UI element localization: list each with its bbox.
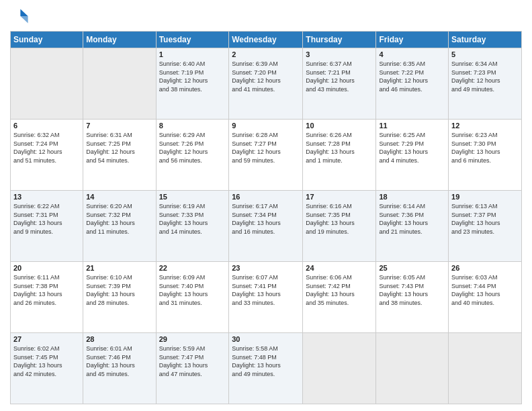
calendar-cell: 13Sunrise: 6:22 AM Sunset: 7:31 PM Dayli… [11, 191, 83, 262]
day-info: Sunrise: 6:19 AM Sunset: 7:33 PM Dayligh… [159, 202, 226, 236]
weekday-header: Sunday [11, 32, 83, 48]
calendar-header-row: SundayMondayTuesdayWednesdayThursdayFrid… [11, 32, 522, 48]
day-number: 10 [306, 122, 373, 130]
calendar-cell: 4Sunrise: 6:35 AM Sunset: 7:22 PM Daylig… [376, 48, 449, 120]
day-info: Sunrise: 6:23 AM Sunset: 7:30 PM Dayligh… [451, 131, 519, 165]
day-number: 22 [159, 264, 226, 272]
logo [10, 7, 32, 26]
day-info: Sunrise: 6:05 AM Sunset: 7:43 PM Dayligh… [379, 273, 445, 307]
calendar-week-row: 13Sunrise: 6:22 AM Sunset: 7:31 PM Dayli… [11, 191, 522, 262]
day-number: 30 [232, 335, 300, 343]
calendar-cell: 14Sunrise: 6:20 AM Sunset: 7:32 PM Dayli… [83, 191, 156, 262]
calendar-cell: 16Sunrise: 6:17 AM Sunset: 7:34 PM Dayli… [229, 191, 303, 262]
day-number: 19 [451, 193, 519, 201]
calendar-cell [376, 333, 449, 404]
day-number: 25 [379, 264, 445, 272]
calendar-cell: 30Sunrise: 5:58 AM Sunset: 7:48 PM Dayli… [229, 333, 303, 404]
weekday-header: Friday [376, 32, 449, 48]
day-info: Sunrise: 6:14 AM Sunset: 7:36 PM Dayligh… [379, 202, 445, 236]
day-number: 15 [159, 193, 226, 201]
day-number: 28 [86, 335, 152, 343]
day-info: Sunrise: 6:06 AM Sunset: 7:42 PM Dayligh… [306, 273, 373, 307]
day-number: 16 [232, 193, 300, 201]
calendar-cell: 18Sunrise: 6:14 AM Sunset: 7:36 PM Dayli… [376, 191, 449, 262]
calendar-cell: 12Sunrise: 6:23 AM Sunset: 7:30 PM Dayli… [449, 120, 522, 191]
calendar-cell [11, 48, 83, 120]
calendar-cell [449, 333, 522, 404]
day-number: 14 [86, 193, 152, 201]
calendar-cell: 26Sunrise: 6:03 AM Sunset: 7:44 PM Dayli… [449, 262, 522, 333]
calendar-cell: 15Sunrise: 6:19 AM Sunset: 7:33 PM Dayli… [156, 191, 229, 262]
day-info: Sunrise: 6:09 AM Sunset: 7:40 PM Dayligh… [159, 273, 226, 307]
day-info: Sunrise: 6:02 AM Sunset: 7:45 PM Dayligh… [13, 345, 80, 378]
calendar-cell: 11Sunrise: 6:25 AM Sunset: 7:29 PM Dayli… [376, 120, 449, 191]
day-number: 11 [379, 122, 445, 130]
calendar-cell [83, 48, 156, 120]
day-number: 2 [232, 50, 300, 58]
calendar-cell: 7Sunrise: 6:31 AM Sunset: 7:25 PM Daylig… [83, 120, 156, 191]
day-number: 1 [159, 50, 226, 58]
calendar-cell: 27Sunrise: 6:02 AM Sunset: 7:45 PM Dayli… [11, 333, 83, 404]
day-info: Sunrise: 6:35 AM Sunset: 7:22 PM Dayligh… [379, 60, 445, 93]
day-info: Sunrise: 6:11 AM Sunset: 7:38 PM Dayligh… [13, 273, 80, 307]
calendar-week-row: 27Sunrise: 6:02 AM Sunset: 7:45 PM Dayli… [11, 333, 522, 404]
day-info: Sunrise: 6:17 AM Sunset: 7:34 PM Dayligh… [232, 202, 300, 236]
day-number: 24 [306, 264, 373, 272]
calendar-cell: 21Sunrise: 6:10 AM Sunset: 7:39 PM Dayli… [83, 262, 156, 333]
calendar-cell: 24Sunrise: 6:06 AM Sunset: 7:42 PM Dayli… [303, 262, 376, 333]
day-number: 3 [306, 50, 373, 58]
svg-marker-0 [20, 9, 28, 17]
day-number: 17 [306, 193, 373, 201]
day-number: 27 [13, 335, 80, 343]
day-info: Sunrise: 6:16 AM Sunset: 7:35 PM Dayligh… [306, 202, 373, 236]
calendar-cell: 10Sunrise: 6:26 AM Sunset: 7:28 PM Dayli… [303, 120, 376, 191]
calendar-cell: 28Sunrise: 6:01 AM Sunset: 7:46 PM Dayli… [83, 333, 156, 404]
calendar-cell: 22Sunrise: 6:09 AM Sunset: 7:40 PM Dayli… [156, 262, 229, 333]
day-number: 12 [451, 122, 519, 130]
day-number: 18 [379, 193, 445, 201]
day-number: 13 [13, 193, 80, 201]
calendar-table: SundayMondayTuesdayWednesdayThursdayFrid… [10, 31, 522, 404]
calendar-cell: 5Sunrise: 6:34 AM Sunset: 7:23 PM Daylig… [449, 48, 522, 120]
weekday-header: Wednesday [229, 32, 303, 48]
calendar-week-row: 1Sunrise: 6:40 AM Sunset: 7:19 PM Daylig… [11, 48, 522, 120]
weekday-header: Monday [83, 32, 156, 48]
page: SundayMondayTuesdayWednesdayThursdayFrid… [0, 0, 532, 411]
weekday-header: Tuesday [156, 32, 229, 48]
calendar-week-row: 20Sunrise: 6:11 AM Sunset: 7:38 PM Dayli… [11, 262, 522, 333]
day-info: Sunrise: 6:39 AM Sunset: 7:20 PM Dayligh… [232, 60, 300, 93]
calendar-cell: 3Sunrise: 6:37 AM Sunset: 7:21 PM Daylig… [303, 48, 376, 120]
day-number: 21 [86, 264, 152, 272]
day-info: Sunrise: 6:32 AM Sunset: 7:24 PM Dayligh… [13, 131, 80, 165]
day-number: 9 [232, 122, 300, 130]
calendar-cell: 2Sunrise: 6:39 AM Sunset: 7:20 PM Daylig… [229, 48, 303, 120]
day-number: 8 [159, 122, 226, 130]
header [10, 7, 522, 26]
day-info: Sunrise: 6:29 AM Sunset: 7:26 PM Dayligh… [159, 131, 226, 165]
weekday-header: Saturday [449, 32, 522, 48]
day-info: Sunrise: 6:25 AM Sunset: 7:29 PM Dayligh… [379, 131, 445, 165]
calendar-week-row: 6Sunrise: 6:32 AM Sunset: 7:24 PM Daylig… [11, 120, 522, 191]
calendar-cell: 23Sunrise: 6:07 AM Sunset: 7:41 PM Dayli… [229, 262, 303, 333]
calendar-cell: 6Sunrise: 6:32 AM Sunset: 7:24 PM Daylig… [11, 120, 83, 191]
day-number: 5 [451, 50, 519, 58]
day-info: Sunrise: 5:58 AM Sunset: 7:48 PM Dayligh… [232, 345, 300, 378]
day-info: Sunrise: 6:10 AM Sunset: 7:39 PM Dayligh… [86, 273, 152, 307]
day-info: Sunrise: 6:01 AM Sunset: 7:46 PM Dayligh… [86, 345, 152, 378]
day-number: 29 [159, 335, 226, 343]
day-info: Sunrise: 6:31 AM Sunset: 7:25 PM Dayligh… [86, 131, 152, 165]
weekday-header: Thursday [303, 32, 376, 48]
calendar-cell: 8Sunrise: 6:29 AM Sunset: 7:26 PM Daylig… [156, 120, 229, 191]
calendar-cell: 19Sunrise: 6:13 AM Sunset: 7:37 PM Dayli… [449, 191, 522, 262]
calendar-cell: 29Sunrise: 5:59 AM Sunset: 7:47 PM Dayli… [156, 333, 229, 404]
day-number: 7 [86, 122, 152, 130]
day-info: Sunrise: 6:22 AM Sunset: 7:31 PM Dayligh… [13, 202, 80, 236]
day-number: 23 [232, 264, 300, 272]
day-info: Sunrise: 6:34 AM Sunset: 7:23 PM Dayligh… [451, 60, 519, 93]
day-info: Sunrise: 5:59 AM Sunset: 7:47 PM Dayligh… [159, 345, 226, 378]
calendar-cell: 1Sunrise: 6:40 AM Sunset: 7:19 PM Daylig… [156, 48, 229, 120]
day-number: 4 [379, 50, 445, 58]
calendar-cell [303, 333, 376, 404]
day-number: 20 [13, 264, 80, 272]
day-info: Sunrise: 6:40 AM Sunset: 7:19 PM Dayligh… [159, 60, 226, 93]
